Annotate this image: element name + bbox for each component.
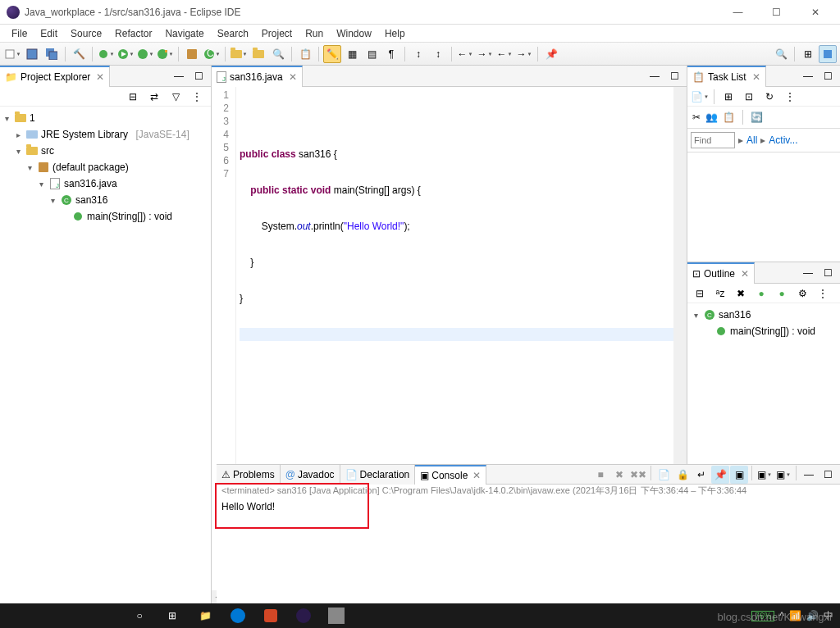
filter-icon[interactable]: ▽ (167, 88, 185, 106)
menu-run[interactable]: Run (299, 26, 330, 41)
close-outline-icon[interactable]: ✕ (741, 268, 749, 280)
schedule-icon[interactable]: ⊡ (740, 88, 758, 106)
show-whitespace-button[interactable]: ▤ (363, 45, 381, 63)
search-button[interactable]: 🔍 (269, 45, 287, 63)
console-output[interactable]: Hello World! (217, 499, 840, 603)
tree-method[interactable]: main(String[]) : void (2, 208, 209, 225)
editor-tab-san316[interactable]: san316.java ✕ (212, 66, 303, 87)
forward-button[interactable]: →▼ (476, 45, 494, 63)
minimize-tasklist-icon[interactable]: — (799, 67, 817, 85)
task-view-button[interactable]: ⊞ (156, 603, 189, 628)
maximize-bottom-icon[interactable]: ☐ (819, 466, 837, 484)
minimize-button[interactable]: — (719, 1, 756, 24)
hide-nonpublic-icon[interactable]: ● (773, 284, 791, 303)
edge-taskbar[interactable] (221, 603, 254, 628)
all-link[interactable]: All (746, 134, 757, 146)
tasklist-menu-icon[interactable]: ⋮ (781, 88, 799, 106)
word-wrap-icon[interactable]: ↵ (692, 466, 710, 484)
project-explorer-tab[interactable]: 📁 Project Explorer ✕ (0, 66, 110, 87)
tree-java-file[interactable]: ▾san316.java (2, 175, 209, 192)
find-input[interactable] (691, 132, 735, 148)
close-button[interactable]: ✕ (797, 1, 833, 24)
categorize-icon[interactable]: ⊞ (719, 88, 737, 106)
filter-none-icon[interactable]: ✂ (692, 111, 701, 123)
close-view-icon[interactable]: ✕ (96, 71, 104, 83)
sync-icon[interactable]: 🔄 (751, 111, 763, 123)
eclipse-taskbar[interactable] (287, 603, 320, 628)
run-button[interactable]: ▼ (116, 45, 135, 63)
tray-chevron-icon[interactable]: ^ (779, 610, 784, 621)
hide-fields-icon[interactable]: ✖ (732, 284, 750, 303)
tree-jre[interactable]: ▸JRE System Library [JavaSE-14] (2, 126, 209, 143)
terminate-icon[interactable]: ■ (591, 466, 609, 484)
tray-network-icon[interactable]: 📶 (789, 610, 801, 621)
tree-class[interactable]: ▾Csan316 (2, 192, 209, 208)
app-taskbar[interactable] (320, 603, 353, 628)
file-explorer-taskbar[interactable]: 📁 (189, 603, 221, 628)
tray-volume-icon[interactable]: 🔊 (806, 610, 819, 621)
tree-project[interactable]: ▾1 (2, 110, 209, 126)
remove-all-icon[interactable]: ✖✖ (629, 466, 647, 484)
perspective-button[interactable]: ⊞ (799, 45, 817, 63)
display-console-icon[interactable]: ▣ (730, 466, 748, 484)
sort-icon[interactable]: ⊟ (691, 284, 709, 303)
tray-ime-icon[interactable]: 中 (824, 609, 833, 623)
open-console-icon[interactable]: ▣▼ (756, 466, 774, 484)
debug-button[interactable]: ▼ (97, 45, 115, 63)
new-package-button[interactable] (183, 45, 201, 63)
debug-tool-icon[interactable]: 🔨 (70, 45, 88, 63)
toggle-annotation-button[interactable]: 📋 (296, 45, 314, 63)
activate-link[interactable]: Activ... (769, 134, 797, 146)
menu-project[interactable]: Project (255, 26, 299, 41)
open-type-button[interactable]: ▼ (230, 45, 248, 63)
tree-src[interactable]: ▾src (2, 143, 209, 159)
save-button[interactable] (23, 45, 41, 63)
paragraph-button[interactable]: ¶ (382, 45, 400, 63)
project-tree[interactable]: ▾1 ▸JRE System Library [JavaSE-14] ▾src … (0, 107, 211, 603)
save-all-button[interactable] (43, 45, 61, 63)
menu-search[interactable]: Search (211, 26, 255, 41)
maximize-outline-icon[interactable]: ☐ (819, 264, 837, 282)
start-button[interactable]: ○ (123, 603, 156, 628)
open-task-button[interactable] (249, 45, 267, 63)
java-perspective-button[interactable] (819, 45, 837, 63)
outline-tab[interactable]: ⊡ Outline ✕ (687, 262, 755, 284)
declaration-tab[interactable]: 📄Declaration (340, 465, 416, 485)
menu-edit[interactable]: Edit (34, 26, 64, 41)
javadoc-tab[interactable]: @Javadoc (281, 465, 340, 485)
maximize-button[interactable]: ☐ (758, 1, 795, 24)
block-select-button[interactable]: ▦ (343, 45, 361, 63)
minimize-view-icon[interactable]: — (170, 67, 188, 85)
pin-button[interactable]: 📌 (542, 45, 560, 63)
maximize-view-icon[interactable]: ☐ (189, 67, 208, 85)
minimize-editor-icon[interactable]: — (646, 67, 664, 85)
minimize-bottom-icon[interactable]: — (800, 466, 818, 484)
powerpoint-taskbar[interactable] (254, 603, 287, 628)
close-console-icon[interactable]: ✕ (472, 470, 481, 481)
close-tasklist-icon[interactable]: ✕ (752, 71, 760, 83)
next-annotation-button[interactable]: ↕ (409, 45, 427, 63)
remove-launch-icon[interactable]: ✖ (610, 466, 628, 484)
new-task-icon[interactable]: 📄▼ (691, 88, 709, 106)
run-last-button[interactable]: ▼ (156, 45, 174, 63)
menu-source[interactable]: Source (64, 26, 108, 41)
pin-console-icon[interactable]: 📌 (711, 466, 729, 484)
outline-class[interactable]: ▾Csan316 (691, 307, 837, 323)
collapse-all-icon[interactable]: ⊟ (124, 88, 142, 106)
prev-annotation-button[interactable]: ↕ (429, 45, 447, 63)
quick-access-button[interactable]: 🔍 (772, 45, 790, 63)
maximize-tasklist-icon[interactable]: ☐ (819, 67, 837, 85)
menu-help[interactable]: Help (378, 26, 412, 41)
back-button[interactable]: ←▼ (456, 45, 474, 63)
outline-menu-icon[interactable]: ⋮ (814, 284, 832, 303)
close-tab-icon[interactable]: ✕ (289, 71, 297, 83)
new-console-icon[interactable]: ▣▼ (774, 466, 792, 484)
filter-all-icon[interactable]: 📋 (723, 111, 735, 123)
new-button[interactable]: ▼ (3, 45, 21, 63)
task-list-tab[interactable]: 📋 Task List ✕ (687, 66, 766, 87)
focus-icon[interactable]: ↻ (760, 88, 778, 106)
link-editor-icon[interactable]: ⇄ (145, 88, 163, 106)
problems-tab[interactable]: ⚠Problems (217, 465, 281, 485)
forward2-button[interactable]: →▼ (515, 45, 533, 63)
clear-console-icon[interactable]: 📄 (655, 466, 673, 484)
